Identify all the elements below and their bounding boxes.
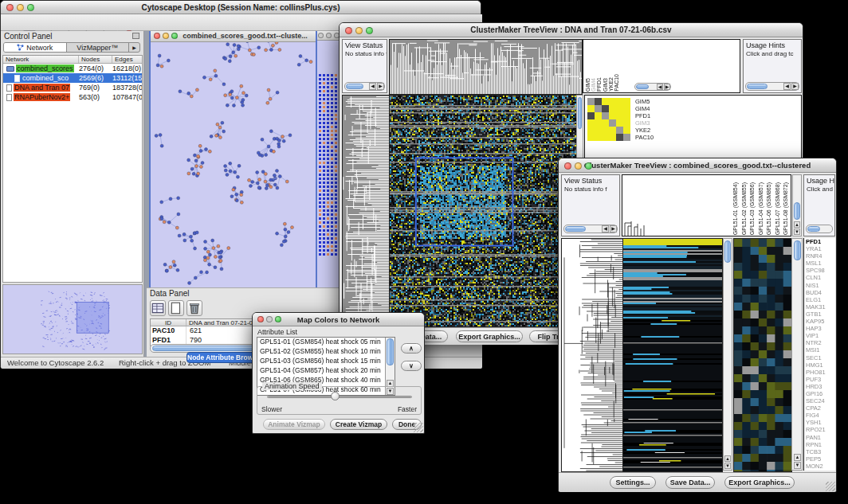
main-title-bar[interactable]: Cytoscape Desktop (Session Name: collins… [1, 1, 481, 14]
column-label[interactable]: PAC10 [614, 74, 619, 92]
gene-label[interactable]: PFD1 [804, 238, 835, 245]
resize-grip[interactable] [414, 423, 423, 432]
zoom-heatmap-canvas[interactable] [733, 238, 792, 472]
usage-hscrollbar[interactable]: ◀ ▶ [745, 82, 799, 91]
network-row[interactable]: combined_scores 2764(0) 16218(0) [3, 64, 142, 73]
scroll-left-icon[interactable]: ◀ [783, 83, 791, 90]
global-heatmap-canvas[interactable] [622, 238, 723, 472]
tab-network[interactable]: Network [4, 43, 67, 52]
scrollbar-thumb[interactable] [747, 84, 768, 89]
row-label[interactable]: PAC10 [635, 134, 654, 141]
attribute-item[interactable]: GPL51-03 (GSM856) heat shock 15 min [257, 357, 395, 366]
labels-hscrollbar[interactable]: ◀ ▶ [634, 83, 671, 91]
scrollbar-thumb[interactable] [387, 338, 394, 365]
minimize-button[interactable] [266, 316, 273, 322]
network-row[interactable]: combined_sco 2569(6) 13112(15) [3, 73, 142, 83]
gene-label[interactable]: PAN1 [804, 434, 835, 441]
scrollbar-thumb[interactable] [794, 240, 801, 260]
network-canvas[interactable] [151, 42, 316, 288]
close-button[interactable] [318, 33, 324, 38]
close-button[interactable] [6, 4, 14, 11]
row-label[interactable]: YKE2 [635, 127, 654, 134]
column-label[interactable]: GIM3 [603, 78, 608, 92]
treeview1-title-bar[interactable]: ClusterMaker TreeView : DNA and Tran 07-… [340, 23, 803, 37]
col-nodes[interactable]: Nodes [79, 56, 112, 63]
create-vizmap-button[interactable]: Create Vizmap [330, 419, 387, 430]
usage-hscrollbar[interactable] [806, 225, 833, 233]
similarity-matrix-canvas[interactable] [587, 98, 630, 141]
gene-label[interactable]: PUF3 [804, 376, 835, 383]
node-attribute-browser-tab[interactable]: Node Attribute Brows... [186, 352, 261, 363]
row-label[interactable]: PFD1 [635, 112, 654, 119]
view-status-hscrollbar[interactable]: ◀ ▶ [344, 82, 385, 91]
gene-label[interactable]: YRA1 [804, 245, 835, 252]
float-panel-icon[interactable] [132, 33, 139, 39]
minimize-button[interactable] [17, 4, 24, 11]
column-dendrogram-canvas[interactable] [623, 220, 647, 236]
column-label[interactable]: GPL51-07 (GSM868) [774, 182, 783, 235]
tab-overflow-button[interactable]: ▶ [128, 43, 139, 52]
gene-label[interactable]: GPI16 [804, 390, 835, 397]
scroll-right-icon[interactable]: ▶ [664, 84, 670, 90]
global-vscrollbar[interactable]: ▲ ▼ [723, 238, 732, 471]
network-table-header[interactable]: Network Nodes Edges [3, 56, 142, 64]
column-label[interactable]: PFD1 [596, 77, 602, 92]
column-label[interactable]: GPL51-08 (GSM872) [782, 182, 791, 235]
column-label[interactable]: YKE2 [608, 77, 614, 92]
gene-label[interactable]: KAP95 [804, 318, 835, 325]
gene-label[interactable]: NIS1 [804, 282, 835, 289]
column-label[interactable]: GPL51-06 (GSM865) [765, 182, 774, 235]
row-label[interactable]: GIM3 [635, 119, 654, 127]
row-label[interactable]: GIM4 [635, 105, 654, 112]
gene-label[interactable]: BUD4 [804, 289, 835, 296]
heatmap-canvas[interactable] [389, 95, 577, 327]
gene-label[interactable]: SPC98 [804, 267, 835, 274]
gene-label[interactable]: FIG4 [804, 412, 835, 419]
close-button[interactable] [564, 162, 571, 170]
zoom-button[interactable] [171, 33, 178, 39]
gene-label[interactable]: SEC1 [804, 354, 835, 361]
gene-label[interactable]: CLN1 [804, 274, 835, 281]
gene-label[interactable]: TCB3 [804, 448, 835, 455]
col-id[interactable]: ID [151, 319, 186, 326]
export-graphics-button[interactable]: Export Graphics... [724, 476, 795, 489]
gene-label[interactable]: PEP5 [804, 455, 835, 463]
gene-label[interactable]: RPO21 [804, 426, 835, 433]
scroll-down-icon[interactable]: ▼ [724, 463, 731, 469]
gene-label[interactable]: NTR2 [804, 339, 835, 346]
scrollbar-thumb[interactable] [565, 226, 586, 232]
attribute-item[interactable]: GPL51-04 (GSM857) heat shock 20 min [257, 366, 395, 376]
network-overview-panel[interactable] [2, 284, 143, 354]
frame-title-bar[interactable]: combined_scores_good.txt--cluste... [151, 31, 316, 42]
close-button[interactable] [154, 33, 160, 39]
scrollbar-thumb[interactable] [346, 84, 363, 89]
gene-label[interactable]: MSL1 [804, 260, 835, 267]
move-down-button[interactable]: ∨ [401, 361, 422, 371]
treeview2-title-bar[interactable]: ClusterMaker TreeView : combined_scores_… [559, 158, 836, 173]
gene-label[interactable]: SEC24 [804, 397, 835, 404]
scroll-down-icon[interactable]: ▼ [794, 229, 800, 235]
animation-speed-slider[interactable] [331, 392, 340, 400]
scrollbar-thumb[interactable] [578, 97, 582, 129]
view-status-hscrollbar[interactable]: ◀ ▶ [563, 225, 618, 233]
gene-label[interactable]: MAK31 [804, 303, 835, 311]
column-label[interactable]: GPL51-02 (GSM855) [740, 182, 749, 235]
col-network[interactable]: Network [3, 56, 79, 63]
minimize-button[interactable] [163, 33, 169, 39]
close-button[interactable] [345, 27, 352, 34]
gene-dendrogram-canvas[interactable] [561, 238, 623, 472]
minimize-button[interactable] [575, 162, 582, 170]
zoom-button[interactable] [27, 4, 34, 11]
settings-button[interactable]: Settings... [610, 476, 656, 489]
gene-label[interactable]: GTB1 [804, 311, 835, 318]
gene-label[interactable]: PHO81 [804, 369, 835, 376]
gene-label[interactable]: HMG1 [804, 361, 835, 369]
column-label[interactable]: GPL51-01 (GSM854) [732, 182, 740, 235]
scrollbar-thumb[interactable] [636, 84, 649, 89]
column-vscrollbar[interactable]: ▲ ▼ [792, 174, 802, 236]
zoom-button[interactable] [366, 27, 373, 34]
scroll-right-icon[interactable]: ▶ [791, 83, 799, 90]
zoom-vscrollbar[interactable]: ▲ ▼ [791, 238, 803, 471]
scrollbar-thumb[interactable] [724, 240, 731, 263]
network-row[interactable]: RNAPuberNov2+ 563(0) 107847(0) [3, 92, 142, 102]
